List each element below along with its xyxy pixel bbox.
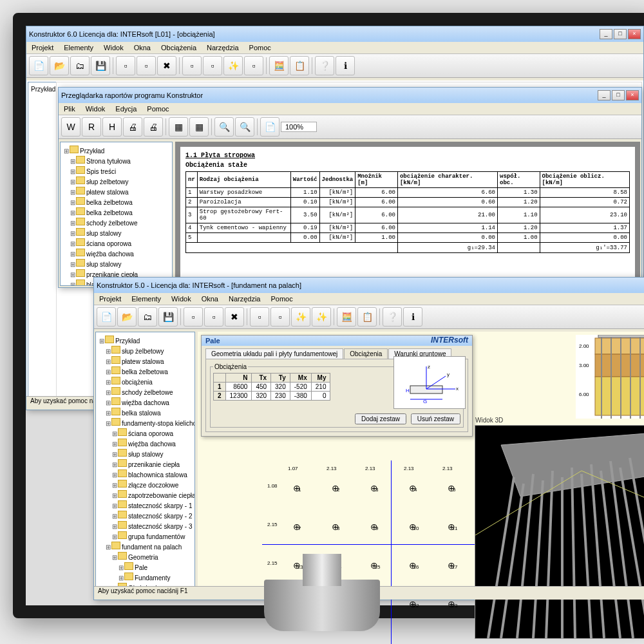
menu-narzędzia[interactable]: Narzędzia bbox=[204, 43, 242, 52]
export-html-icon[interactable]: H bbox=[102, 117, 122, 137]
tree-item[interactable]: ⊞belka żelbetowa bbox=[63, 207, 169, 217]
tree-item[interactable]: ⊞więźba dachowa bbox=[99, 438, 192, 448]
tree-item[interactable]: ⊞fundament na palach bbox=[99, 541, 192, 551]
tree-item[interactable]: ⊞Przykład bbox=[99, 335, 192, 345]
view-3d-panel[interactable]: Widok 3D bbox=[475, 425, 644, 639]
tree-item[interactable]: ⊞słup stalowy bbox=[63, 227, 169, 238]
doc-icon[interactable]: 📄 bbox=[260, 117, 279, 137]
menu-okna[interactable]: Okna bbox=[199, 294, 221, 303]
pile-point[interactable]: 1 bbox=[294, 486, 302, 494]
pile-point[interactable]: 16 bbox=[410, 564, 418, 571]
new-icon[interactable]: 📄 bbox=[29, 56, 48, 75]
menu-pomoc[interactable]: Pomoc bbox=[247, 43, 274, 52]
history-icon[interactable]: 🗂 bbox=[138, 307, 157, 327]
calc-icon[interactable]: 🧮 bbox=[337, 307, 356, 327]
menu-elementy[interactable]: Elementy bbox=[61, 43, 96, 52]
tool2-icon[interactable]: ▫ bbox=[137, 56, 156, 75]
tree-item[interactable]: ⊞Geometria bbox=[99, 551, 192, 562]
zoom-out-icon[interactable]: 🔍 bbox=[235, 117, 254, 137]
pile-point[interactable]: 11 bbox=[449, 525, 457, 533]
tree-item[interactable]: ⊞Pale bbox=[99, 562, 192, 572]
pile-point[interactable]: 5 bbox=[449, 486, 457, 494]
print2-icon[interactable]: 🖨 bbox=[144, 117, 163, 137]
tree-item[interactable]: ⊞stateczność skarpy - 3 bbox=[99, 520, 192, 531]
tree-item[interactable]: ⊞więźba dachowa bbox=[63, 248, 169, 258]
pile-point[interactable]: 13 bbox=[294, 564, 302, 571]
close-button[interactable]: × bbox=[626, 90, 639, 100]
delete-icon[interactable]: ✖ bbox=[157, 56, 176, 75]
tab[interactable]: Obciążenia bbox=[344, 348, 388, 359]
menu-elementy[interactable]: Elementy bbox=[129, 294, 164, 303]
palette2-icon[interactable]: ▦ bbox=[189, 117, 209, 137]
pile-point[interactable]: 4 bbox=[410, 486, 418, 494]
wand-icon[interactable]: ✨ bbox=[223, 56, 243, 75]
menu-widok[interactable]: Widok bbox=[83, 104, 108, 113]
tree-item[interactable]: ⊞płatew stalowa bbox=[63, 186, 169, 196]
tree-item[interactable]: ⊞schody żelbetowe bbox=[99, 386, 192, 397]
minimize-button[interactable]: _ bbox=[598, 90, 611, 100]
pile-point[interactable]: 22 bbox=[410, 602, 418, 610]
tool4-icon[interactable]: ▫ bbox=[203, 56, 222, 75]
w2-titlebar[interactable]: Przeglądarka raportów programu Konstrukt… bbox=[59, 88, 641, 103]
palette1-icon[interactable]: ▦ bbox=[169, 117, 188, 137]
tree-item[interactable]: ⊞schody żelbetowe bbox=[63, 217, 169, 227]
menu-narzędzia[interactable]: Narzędzia bbox=[226, 294, 263, 303]
tree-item[interactable]: ⊞blachownica stalowa bbox=[99, 469, 192, 479]
w2-report-tree[interactable]: ⊞Przykład⊞Strona tytułowa⊞Spis treści⊞sł… bbox=[60, 142, 173, 286]
export-rtf-icon[interactable]: R bbox=[82, 117, 101, 137]
w3-titlebar[interactable]: Konstruktor 5.0 - Licencja dla: INTERsof… bbox=[94, 278, 644, 293]
tree-item[interactable]: ⊞fundamenty-stopa kielichowa bbox=[99, 417, 192, 428]
menu-widok[interactable]: Widok bbox=[169, 294, 194, 303]
tree-item[interactable]: ⊞ściana oporowa bbox=[99, 428, 192, 438]
menu-projekt[interactable]: Projekt bbox=[97, 294, 124, 303]
tree-item[interactable]: ⊞obciążenia bbox=[99, 376, 192, 386]
pile-point[interactable]: 15 bbox=[372, 564, 379, 571]
report-viewport[interactable]: 1.1 Płyta stropowa Obciążenia stałe nrRo… bbox=[175, 142, 640, 286]
loadset-table[interactable]: NTxTyMxMy 18600450320-520210212300320230… bbox=[213, 373, 330, 401]
tree-item[interactable]: ⊞stateczność skarpy - 1 bbox=[99, 500, 192, 510]
new-icon[interactable]: 📄 bbox=[97, 307, 116, 327]
menu-pomoc[interactable]: Pomoc bbox=[144, 104, 171, 113]
tree-item[interactable]: ⊞belka stalowa bbox=[99, 407, 192, 417]
tree-item[interactable]: ⊞słup żelbetowy bbox=[99, 345, 192, 355]
export-word-icon[interactable]: W bbox=[61, 117, 80, 137]
tree-item[interactable]: ⊞stateczność skarpy - 2 bbox=[99, 510, 192, 520]
tree-item[interactable]: ⊞Przykład bbox=[63, 145, 169, 155]
tree-item[interactable]: ⊞Spis treści bbox=[63, 166, 169, 176]
tool5-icon[interactable]: ▫ bbox=[244, 56, 263, 75]
menu-obciążenia[interactable]: Obciążenia bbox=[158, 43, 199, 52]
tab[interactable]: Geometria układu pali i płyty fundamento… bbox=[205, 348, 343, 359]
tree-item[interactable]: ⊞Fundamenty bbox=[99, 572, 192, 582]
save-icon[interactable]: 💾 bbox=[91, 56, 110, 75]
tree-root[interactable]: Przykład bbox=[31, 85, 57, 93]
maximize-button[interactable]: □ bbox=[612, 90, 625, 100]
tree-item[interactable]: ⊞więźba dachowa bbox=[99, 397, 192, 407]
tool-icon[interactable]: ▫ bbox=[270, 307, 290, 327]
tool3-icon[interactable]: ▫ bbox=[182, 56, 202, 75]
tree-item[interactable]: ⊞grupa fundamentów bbox=[99, 531, 192, 541]
pile-point[interactable]: 9 bbox=[372, 525, 379, 533]
close-button[interactable]: × bbox=[628, 29, 641, 39]
menu-projekt[interactable]: Projekt bbox=[29, 43, 56, 52]
w1-titlebar[interactable]: Konstruktor 6.0 Licencja dla: INTERsoft … bbox=[26, 26, 643, 42]
report-icon[interactable]: 📋 bbox=[357, 307, 377, 327]
tool-icon[interactable]: ▫ bbox=[184, 307, 203, 327]
history-icon[interactable]: 🗂 bbox=[70, 56, 90, 75]
maximize-button[interactable]: □ bbox=[614, 29, 627, 39]
pile-point[interactable]: 7 bbox=[294, 525, 302, 533]
wand2-icon[interactable]: ✨ bbox=[312, 307, 331, 327]
tree-item[interactable]: ⊞zapotrzebowanie ciepła bbox=[99, 489, 192, 500]
help-icon[interactable]: ❔ bbox=[383, 307, 402, 327]
tree-item[interactable]: ⊞Strona tytułowa bbox=[63, 155, 169, 166]
wand-icon[interactable]: ✨ bbox=[291, 307, 310, 327]
report-icon[interactable]: 📋 bbox=[290, 56, 309, 75]
zoom-select[interactable]: 100% bbox=[281, 122, 317, 132]
tree-item[interactable]: ⊞złącze doczołowe bbox=[99, 479, 192, 489]
print-icon[interactable]: 🖨 bbox=[123, 117, 142, 137]
calc-icon[interactable]: 🧮 bbox=[269, 56, 289, 75]
menu-widok[interactable]: Widok bbox=[101, 43, 126, 52]
delete-icon[interactable]: ✖ bbox=[225, 307, 244, 327]
tree-item[interactable]: ⊞słup stalowy bbox=[63, 258, 169, 269]
pile-point[interactable]: 23 bbox=[449, 602, 457, 610]
tool1-icon[interactable]: ▫ bbox=[116, 56, 135, 75]
